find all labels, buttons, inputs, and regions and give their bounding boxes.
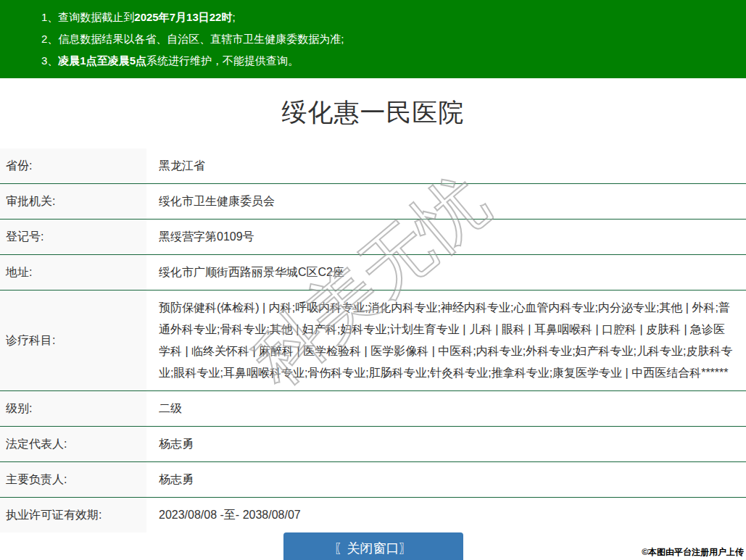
- table-row: 地址: 绥化市广顺街西路丽景华城C区C2座: [0, 255, 746, 291]
- table-row: 执业许可证有效期: 2023/08/08 -至- 2038/08/07: [0, 498, 746, 533]
- notice-text: ;: [232, 11, 235, 23]
- field-value-province: 黑龙江省: [146, 149, 746, 184]
- page-title: 绥化惠一民医院: [0, 78, 746, 149]
- field-value-registration-number: 黑绥营字第0109号: [146, 220, 746, 255]
- notice-text: 2、信息数据结果以各省、自治区、直辖市卫生健康委数据为准;: [41, 33, 344, 45]
- field-label-approval-authority: 审批机关:: [0, 184, 146, 220]
- field-label-diagnosis-subjects: 诊疗科目:: [0, 291, 146, 391]
- field-value-approval-authority: 绥化市卫生健康委员会: [146, 184, 746, 220]
- field-value-license-validity: 2023/08/08 -至- 2038/08/07: [146, 498, 746, 533]
- field-label-license-validity: 执业许可证有效期:: [0, 498, 146, 533]
- table-row: 诊疗科目: 预防保健科(体检科) | 内科;呼吸内科专业;消化内科专业;神经内科…: [0, 291, 746, 391]
- notice-text: 系统进行维护，不能提供查询。: [146, 54, 299, 67]
- table-row: 级别: 二级: [0, 391, 746, 427]
- table-row: 审批机关: 绥化市卫生健康委员会: [0, 184, 746, 220]
- notice-bold-text: 凌晨1点至凌晨5点: [58, 54, 146, 67]
- field-value-level: 二级: [146, 391, 746, 427]
- field-label-legal-representative: 法定代表人:: [0, 427, 146, 462]
- notice-text: 3、: [41, 54, 58, 67]
- notice-line-3: 3、凌晨1点至凌晨5点系统进行维护，不能提供查询。: [41, 50, 739, 72]
- upload-credit-note: ©本图由平台注册用户上传: [642, 546, 744, 559]
- field-value-diagnosis-subjects: 预防保健科(体检科) | 内科;呼吸内科专业;消化内科专业;神经内科专业;心血管…: [146, 291, 746, 391]
- notice-line-1: 1、查询数据截止到2025年7月13日22时;: [41, 7, 739, 28]
- field-label-main-person-in-charge: 主要负责人:: [0, 462, 146, 498]
- notice-text: 1、查询数据截止到: [41, 11, 134, 23]
- field-value-legal-representative: 杨志勇: [146, 427, 746, 462]
- table-row: 法定代表人: 杨志勇: [0, 427, 746, 462]
- close-window-button[interactable]: 〖关闭窗口〗: [283, 532, 463, 560]
- button-row: 〖关闭窗口〗: [0, 532, 746, 560]
- table-row: 主要负责人: 杨志勇: [0, 462, 746, 498]
- field-label-address: 地址:: [0, 255, 146, 291]
- table-row: 登记号: 黑绥营字第0109号: [0, 220, 746, 255]
- notice-banner: 1、查询数据截止到2025年7月13日22时; 2、信息数据结果以各省、自治区、…: [0, 0, 746, 78]
- field-label-registration-number: 登记号:: [0, 220, 146, 255]
- notice-bold-text: 2025年7月13日22时: [134, 11, 232, 23]
- field-value-address: 绥化市广顺街西路丽景华城C区C2座: [146, 255, 746, 291]
- field-label-province: 省份:: [0, 149, 146, 184]
- notice-line-2: 2、信息数据结果以各省、自治区、直辖市卫生健康委数据为准;: [41, 28, 739, 50]
- hospital-info-table: 省份: 黑龙江省 审批机关: 绥化市卫生健康委员会 登记号: 黑绥营字第0109…: [0, 149, 746, 532]
- field-value-main-person-in-charge: 杨志勇: [146, 462, 746, 498]
- field-label-level: 级别:: [0, 391, 146, 427]
- table-row: 省份: 黑龙江省: [0, 149, 746, 184]
